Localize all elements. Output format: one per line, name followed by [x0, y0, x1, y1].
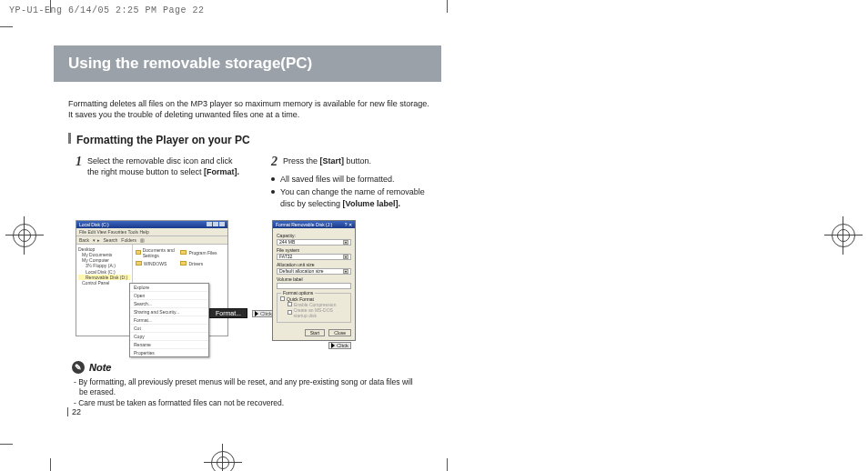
manual-page: Using the removable storage(PC) Formatti… [50, 45, 441, 427]
explorer-titlebar: Local Disk (C:) [76, 221, 227, 228]
note-label: Note [89, 362, 111, 373]
msdos-label: Create an MS-DOS startup disk [294, 307, 348, 318]
folders-button: Folders [121, 237, 136, 243]
format-flyout-label: Format... [209, 308, 247, 318]
folder-item: Drivers [180, 261, 224, 266]
capacity-field: 244 MB▾ [277, 239, 351, 246]
checkbox-icon [280, 296, 285, 301]
page-number: 22 [67, 407, 81, 416]
folder-icon [136, 261, 142, 266]
step-number: 2 [271, 155, 278, 168]
folder-label: Drivers [188, 261, 203, 266]
registration-mark-icon [13, 224, 36, 247]
context-menu-item: Explore [130, 284, 208, 292]
step-text: Select the removable disc icon and click… [87, 155, 246, 177]
folder-item: WINDOWS [136, 261, 179, 266]
context-menu-item: Copy [130, 333, 208, 341]
folder-label: Documents and Settings [143, 247, 179, 258]
filesystem-label: File system [277, 247, 351, 253]
context-menu-item: Sharing and Security... [130, 308, 208, 316]
folder-icon [136, 250, 141, 255]
format-options-group: Format options Quick Format Enable Compr… [277, 293, 351, 323]
volume-label-field [277, 283, 351, 289]
context-menu-item: Search... [130, 300, 208, 308]
section-bar-icon [68, 133, 71, 144]
context-menu-item: Open [130, 292, 208, 300]
checkbox-icon [288, 310, 292, 315]
crop-mark [447, 0, 448, 13]
group-legend: Format options [281, 290, 315, 296]
note-block: ✎ Note - By formatting, all previously p… [72, 361, 418, 408]
step-text-post: button. [344, 156, 371, 165]
intro-line-1: Formatting deletes all files on the MP3 … [68, 99, 429, 108]
step-text-bold: [Format]. [204, 167, 239, 176]
folder-label: WINDOWS [144, 261, 167, 266]
bullet-bold: [Volume label]. [343, 199, 400, 208]
context-menu-item: Format... [130, 316, 208, 325]
step-bullet: You can change the name of removable dis… [271, 186, 441, 208]
page-title-band: Using the removable storage(PC) [50, 45, 441, 82]
crop-mark [0, 26, 13, 27]
step-number: 1 [76, 155, 82, 177]
section-heading: Formatting the Player on your PC [68, 133, 441, 146]
allocation-value: Default allocation size [279, 268, 324, 274]
start-button: Start [305, 329, 326, 336]
folder-item: Documents and Settings [136, 247, 179, 258]
help-close-icons: ? ✕ [345, 222, 352, 227]
window-controls [206, 222, 225, 227]
explorer-screenshot: Local Disk (C:) File Edit View Favorites… [76, 220, 228, 336]
step-2: 2 Press the [Start] button. All saved fi… [271, 155, 441, 210]
step-text-bold: [Start] [320, 156, 345, 165]
dropdown-icon: ▾ [343, 269, 348, 274]
click-label: Click [260, 311, 272, 316]
context-menu-item: Cut [130, 325, 208, 333]
registration-mark-icon [211, 451, 235, 471]
crop-mark [0, 444, 13, 445]
msdos-checkbox: Create an MS-DOS startup disk [280, 307, 348, 318]
crop-mark [50, 0, 51, 13]
registration-mark-icon [832, 224, 855, 247]
explorer-toolbar: Back ▾ ▸ Search Folders ▥ [76, 236, 227, 245]
intro-paragraph: Formatting deletes all files on the MP3 … [68, 98, 438, 120]
intro-line-2: It saves you the trouble of deleting unw… [68, 110, 299, 119]
page-title: Using the removable storage(PC) [68, 55, 427, 73]
search-button: Search [104, 237, 118, 243]
folder-tree: Desktop My Documents My Computer 3½ Flop… [76, 245, 133, 336]
capacity-label: Capacity: [277, 233, 351, 238]
cursor-icon [255, 311, 258, 316]
volume-label-label: Volume label [277, 276, 351, 282]
close-button: Close [328, 329, 351, 336]
section-title: Formatting the Player on your PC [76, 134, 250, 146]
step-text: Press the [Start] button. [283, 155, 371, 168]
dropdown-icon: ▾ [343, 255, 348, 259]
note-item: - By formatting, all previously preset m… [72, 377, 418, 398]
explorer-menubar: File Edit View Favorites Tools Help [76, 228, 227, 236]
filesystem-field: FAT32▾ [277, 254, 351, 260]
dialog-titlebar: Format Removable Disk (J:) ? ✕ [273, 221, 355, 228]
capacity-value: 244 MB [279, 239, 295, 245]
crop-mark [447, 458, 448, 471]
context-menu: Explore Open Search... Sharing and Secur… [129, 283, 209, 357]
step-text-pre: Press the [283, 156, 320, 165]
click-callout: Click [328, 342, 351, 349]
note-icon: ✎ [72, 361, 85, 374]
folder-icon [180, 250, 187, 255]
checkbox-icon [288, 302, 292, 306]
folder-icon [180, 261, 187, 266]
cursor-icon [331, 343, 335, 348]
crop-mark [50, 458, 51, 471]
allocation-label: Allocation unit size [277, 262, 351, 267]
print-header: YP-U1-Eng 6/14/05 2:25 PM Page 22 [9, 5, 205, 15]
filesystem-value: FAT32 [279, 254, 292, 259]
dropdown-icon: ▾ [343, 240, 348, 245]
explorer-title-text: Local Disk (C:) [79, 222, 109, 227]
dialog-title-text: Format Removable Disk (J:) [276, 222, 332, 227]
context-menu-item: Properties [130, 349, 208, 356]
step-bullet: All saved files will be formatted. [271, 174, 441, 185]
context-menu-item: Rename [130, 341, 208, 349]
step-1: 1 Select the removable disc icon and cli… [76, 155, 246, 210]
click-label: Click [337, 343, 348, 348]
note-item: - Care must be taken as formatted files … [72, 398, 418, 408]
allocation-field: Default allocation size▾ [277, 268, 351, 275]
back-button: Back [79, 237, 89, 243]
